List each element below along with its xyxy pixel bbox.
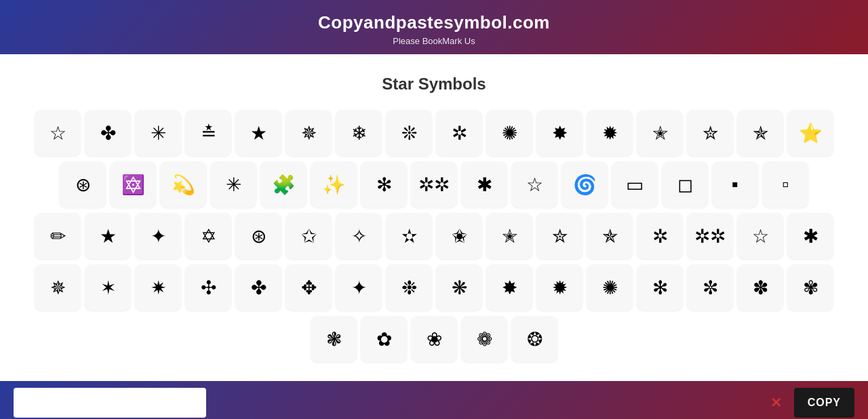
symbol-cell-1-7[interactable]: ✲✲ (411, 161, 457, 207)
symbol-cell-3-2[interactable]: ✷ (135, 264, 181, 311)
symbol-cell-4-1[interactable]: ✿ (361, 316, 407, 362)
symbol-cell-2-6[interactable]: ✧ (336, 213, 382, 259)
symbol-cell-3-4[interactable]: ✤ (235, 264, 281, 311)
symbol-cell-2-10[interactable]: ✮ (536, 213, 583, 259)
bottom-bar: ✕ COPY (0, 381, 868, 419)
page-title: Star Symbols (27, 75, 841, 94)
symbol-cell-0-11[interactable]: ✹ (587, 110, 633, 156)
symbol-cell-1-3[interactable]: ✳ (210, 161, 256, 207)
symbol-cell-0-10[interactable]: ✸ (536, 110, 583, 156)
symbol-row-4: ❃✿❀❁❂ (27, 316, 841, 362)
symbol-container: ☆✤✳≛★✵❄❊✲✺✸✹✭✮✯⭐⊛🔯💫✳🧩✨✻✲✲✱☆🌀▭◻▪▫✏★✦✡⊛✩✧✫… (27, 110, 841, 362)
symbol-cell-0-1[interactable]: ✤ (85, 110, 131, 156)
symbol-cell-1-1[interactable]: 🔯 (110, 161, 156, 207)
symbol-cell-2-3[interactable]: ✡ (185, 213, 231, 259)
symbol-cell-3-5[interactable]: ✥ (285, 264, 332, 311)
symbol-cell-2-11[interactable]: ✯ (587, 213, 633, 259)
symbol-cell-3-7[interactable]: ❉ (386, 264, 432, 311)
symbol-cell-2-5[interactable]: ✩ (285, 213, 332, 259)
symbol-cell-2-8[interactable]: ✬ (436, 213, 482, 259)
copy-button[interactable]: COPY (794, 388, 854, 418)
symbol-cell-1-5[interactable]: ✨ (311, 161, 357, 207)
symbol-cell-0-2[interactable]: ✳ (135, 110, 181, 156)
symbol-cell-1-4[interactable]: 🧩 (260, 161, 307, 207)
symbol-cell-0-15[interactable]: ⭐ (787, 110, 833, 156)
symbol-cell-0-6[interactable]: ❄ (336, 110, 382, 156)
symbol-cell-3-3[interactable]: ✣ (185, 264, 231, 311)
symbol-cell-1-10[interactable]: 🌀 (561, 161, 608, 207)
symbol-cell-3-1[interactable]: ✶ (85, 264, 131, 311)
copy-input[interactable] (14, 388, 206, 418)
symbol-cell-0-12[interactable]: ✭ (637, 110, 683, 156)
symbol-cell-2-12[interactable]: ✲ (637, 213, 683, 259)
symbol-cell-3-0[interactable]: ✵ (35, 264, 81, 311)
symbol-cell-1-6[interactable]: ✻ (361, 161, 407, 207)
input-wrapper: ✕ (14, 388, 789, 418)
symbol-cell-0-3[interactable]: ≛ (185, 110, 231, 156)
symbol-cell-3-15[interactable]: ✾ (787, 264, 833, 311)
symbol-cell-4-2[interactable]: ❀ (411, 316, 457, 362)
symbol-cell-1-14[interactable]: ▫ (762, 161, 808, 207)
symbol-cell-3-11[interactable]: ✺ (587, 264, 633, 311)
symbol-cell-2-14[interactable]: ☆ (737, 213, 783, 259)
symbol-cell-4-4[interactable]: ❂ (511, 316, 557, 362)
symbol-cell-3-13[interactable]: ✼ (687, 264, 733, 311)
main-content: Star Symbols ☆✤✳≛★✵❄❊✲✺✸✹✭✮✯⭐⊛🔯💫✳🧩✨✻✲✲✱☆… (0, 54, 868, 381)
symbol-cell-1-11[interactable]: ▭ (612, 161, 658, 207)
symbol-cell-1-2[interactable]: 💫 (160, 161, 206, 207)
symbol-cell-0-9[interactable]: ✺ (486, 110, 532, 156)
symbol-cell-3-8[interactable]: ❋ (436, 264, 482, 311)
symbol-cell-0-5[interactable]: ✵ (285, 110, 332, 156)
symbol-cell-2-13[interactable]: ✲✲ (687, 213, 733, 259)
symbol-cell-2-4[interactable]: ⊛ (235, 213, 281, 259)
symbol-cell-1-8[interactable]: ✱ (461, 161, 507, 207)
symbol-row-0: ☆✤✳≛★✵❄❊✲✺✸✹✭✮✯⭐ (27, 110, 841, 156)
symbol-cell-2-15[interactable]: ✱ (787, 213, 833, 259)
symbol-cell-2-7[interactable]: ✫ (386, 213, 432, 259)
symbol-cell-0-14[interactable]: ✯ (737, 110, 783, 156)
symbol-cell-2-2[interactable]: ✦ (135, 213, 181, 259)
symbol-cell-1-9[interactable]: ☆ (511, 161, 557, 207)
symbol-cell-0-0[interactable]: ☆ (35, 110, 81, 156)
site-title: Copyandpastesymbol.com (0, 12, 868, 33)
symbol-cell-1-12[interactable]: ◻ (662, 161, 708, 207)
symbol-cell-0-4[interactable]: ★ (235, 110, 281, 156)
symbol-cell-3-12[interactable]: ✻ (637, 264, 683, 311)
symbol-row-2: ✏★✦✡⊛✩✧✫✬✭✮✯✲✲✲☆✱ (27, 213, 841, 259)
symbol-cell-2-0[interactable]: ✏ (35, 213, 81, 259)
symbol-cell-0-7[interactable]: ❊ (386, 110, 432, 156)
symbol-cell-4-0[interactable]: ❃ (311, 316, 357, 362)
symbol-row-3: ✵✶✷✣✤✥✦❉❋✸✹✺✻✼✽✾ (27, 264, 841, 311)
symbol-cell-0-8[interactable]: ✲ (436, 110, 482, 156)
symbol-cell-2-1[interactable]: ★ (85, 213, 131, 259)
site-subtitle: Please BookMark Us (0, 36, 868, 46)
symbol-cell-3-6[interactable]: ✦ (336, 264, 382, 311)
symbol-cell-4-3[interactable]: ❁ (461, 316, 507, 362)
symbol-cell-2-9[interactable]: ✭ (486, 213, 532, 259)
site-header: Copyandpastesymbol.com Please BookMark U… (0, 0, 868, 54)
symbol-cell-1-0[interactable]: ⊛ (60, 161, 106, 207)
symbol-cell-3-9[interactable]: ✸ (486, 264, 532, 311)
symbol-cell-1-13[interactable]: ▪ (712, 161, 758, 207)
symbol-cell-3-10[interactable]: ✹ (536, 264, 583, 311)
symbol-cell-0-13[interactable]: ✮ (687, 110, 733, 156)
symbol-cell-3-14[interactable]: ✽ (737, 264, 783, 311)
symbol-row-1: ⊛🔯💫✳🧩✨✻✲✲✱☆🌀▭◻▪▫ (27, 161, 841, 207)
clear-button[interactable]: ✕ (770, 396, 782, 410)
